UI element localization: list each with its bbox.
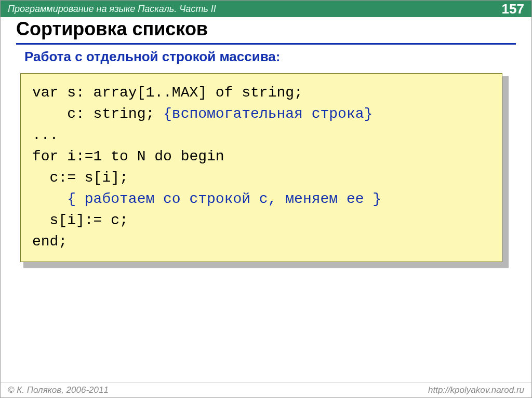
code-line-3: ... <box>32 127 58 143</box>
footer-url: http://kpolyakov.narod.ru <box>428 385 524 395</box>
code-line-7: s[i]:= c; <box>32 212 128 228</box>
code-block-wrap: var s: array[1..MAX] of string; c: strin… <box>23 76 509 268</box>
code-line-8: end; <box>32 234 67 250</box>
course-title: Программирование на языке Паскаль. Часть… <box>8 4 216 15</box>
code-line-1: var s: array[1..MAX] of string; <box>32 85 303 101</box>
code-line-2a: c: string; <box>32 106 163 122</box>
title-area: Сортировка списков Работа с отдельной ст… <box>16 18 516 65</box>
subtitle: Работа с отдельной строкой массива: <box>16 49 516 65</box>
slide: Программирование на языке Паскаль. Часть… <box>0 0 532 398</box>
page-title: Сортировка списков <box>16 18 516 42</box>
page-number: 157 <box>502 1 524 17</box>
title-rule <box>16 43 516 45</box>
code-block: var s: array[1..MAX] of string; c: strin… <box>20 73 502 262</box>
code-block-shadow: var s: array[1..MAX] of string; c: strin… <box>23 76 509 268</box>
code-line-5: c:= s[i]; <box>32 170 128 186</box>
footer-bar: © К. Поляков, 2006-2011 http://kpolyakov… <box>1 382 531 397</box>
code-comment-1: {вспомогательная строка} <box>163 106 373 122</box>
code-comment-2: { работаем со строкой c, меняем ее } <box>32 191 381 207</box>
header-bar: Программирование на языке Паскаль. Часть… <box>1 1 531 17</box>
copyright: © К. Поляков, 2006-2011 <box>8 385 109 395</box>
code-line-4: for i:=1 to N do begin <box>32 148 224 164</box>
